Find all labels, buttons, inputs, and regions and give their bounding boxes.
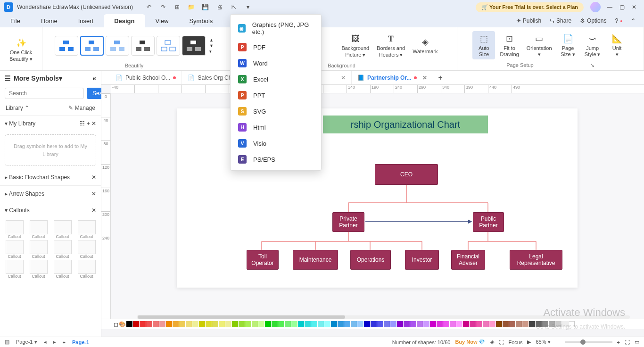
color-swatch[interactable]: [489, 321, 495, 327]
focus-label[interactable]: Focus: [509, 339, 523, 345]
color-swatch[interactable]: [470, 321, 476, 327]
arrow-close-icon[interactable]: ✕: [91, 190, 96, 197]
menu-symbols[interactable]: Symbols: [179, 14, 223, 27]
color-swatch[interactable]: [529, 321, 535, 327]
page-selector[interactable]: Page-1 ▾: [16, 339, 37, 345]
color-swatch[interactable]: [153, 321, 159, 327]
callout-shape[interactable]: Callout: [51, 240, 74, 259]
color-swatch[interactable]: [404, 321, 410, 327]
menu-file[interactable]: File: [0, 14, 31, 27]
fit-drawing-button[interactable]: ⊡Fit toDrawing: [497, 31, 521, 59]
node-toll-operator[interactable]: Toll Operator: [247, 250, 279, 270]
print-icon[interactable]: 🖨: [214, 1, 225, 13]
layout-icon[interactable]: ▥: [5, 339, 9, 345]
color-swatch[interactable]: [192, 321, 198, 327]
export-word[interactable]: WWord: [231, 55, 321, 71]
color-swatch[interactable]: [357, 321, 363, 327]
theme-4[interactable]: [131, 36, 155, 56]
color-swatch[interactable]: [397, 321, 403, 327]
layers-icon[interactable]: ◈: [490, 339, 494, 345]
callout-shape[interactable]: Callout: [3, 260, 26, 279]
color-swatch[interactable]: [186, 321, 192, 327]
callouts-close-icon[interactable]: ✕: [91, 207, 96, 214]
callouts-toggle[interactable]: ▾ Callouts: [5, 207, 30, 214]
callout-shape[interactable]: Callout: [3, 220, 26, 239]
publish-button[interactable]: ✈ Publish: [513, 17, 544, 24]
color-swatch[interactable]: [522, 321, 528, 327]
color-swatch[interactable]: [344, 321, 350, 327]
manage-link[interactable]: ✎ Manage: [68, 105, 95, 111]
zoom-in-icon[interactable]: +: [617, 339, 620, 345]
color-swatch[interactable]: [417, 321, 423, 327]
export-excel[interactable]: XExcel: [231, 71, 321, 87]
color-swatch[interactable]: [443, 321, 449, 327]
color-swatch[interactable]: [430, 321, 436, 327]
color-swatch[interactable]: [239, 321, 245, 327]
color-swatch[interactable]: [423, 321, 429, 327]
new-icon[interactable]: ⊞: [172, 1, 183, 13]
zoom-slider[interactable]: [565, 341, 612, 343]
open-icon[interactable]: 📁: [186, 1, 197, 13]
callout-shape[interactable]: Callout: [75, 220, 98, 239]
save-icon[interactable]: 💾: [200, 1, 211, 13]
color-none-icon[interactable]: ◻: [114, 321, 118, 328]
color-swatch[interactable]: [126, 321, 132, 327]
share-button[interactable]: ⇆ Share: [547, 17, 574, 24]
color-swatch[interactable]: [351, 321, 357, 327]
callout-shape[interactable]: Callout: [27, 260, 50, 279]
borders-headers-button[interactable]: 𝐓Borders andHeaders ▾: [374, 31, 408, 59]
basic-close-icon[interactable]: ✕: [91, 174, 96, 181]
callout-shape[interactable]: Callout: [51, 220, 74, 239]
node-legal-rep[interactable]: Legal Representative: [510, 250, 562, 270]
one-click-beautify-button[interactable]: ✨One ClickBeautify ▾: [7, 35, 35, 64]
prev-page-icon[interactable]: ◂: [44, 339, 47, 345]
color-swatch[interactable]: [199, 321, 205, 327]
color-swatch[interactable]: [305, 321, 311, 327]
color-swatch[interactable]: [496, 321, 502, 327]
color-swatch[interactable]: [146, 321, 152, 327]
tab-hidden-close[interactable]: ✕: [332, 71, 352, 84]
export-visio[interactable]: VVisio: [231, 135, 321, 151]
node-operations[interactable]: Operations: [350, 250, 391, 270]
undo-icon[interactable]: ↶: [143, 1, 155, 13]
mylib-add-icon[interactable]: +: [87, 120, 90, 127]
qat-dropdown-icon[interactable]: ▾: [242, 1, 254, 13]
minimize-button[interactable]: —: [603, 1, 616, 13]
color-swatch[interactable]: [278, 321, 284, 327]
color-swatch[interactable]: [463, 321, 469, 327]
mylib-close-icon[interactable]: ✕: [91, 120, 96, 127]
callout-shape[interactable]: Callout: [75, 240, 98, 259]
collapse-panel-icon[interactable]: «: [92, 74, 96, 82]
color-swatch[interactable]: [483, 321, 489, 327]
export-icon[interactable]: ⇱: [228, 1, 239, 13]
basic-shapes-toggle[interactable]: ▸ Basic Flowchart Shapes: [5, 174, 70, 181]
search-input[interactable]: [5, 88, 84, 99]
callout-shape[interactable]: Callout: [27, 220, 50, 239]
maximize-button[interactable]: ▢: [616, 1, 628, 13]
help-icon[interactable]: ?●: [612, 17, 625, 24]
color-picker-icon[interactable]: 🎨: [119, 321, 126, 328]
node-public-partner[interactable]: Public Partner: [473, 212, 504, 232]
callout-shape[interactable]: Callout: [51, 260, 74, 279]
node-maintenance[interactable]: Maintenance: [293, 250, 338, 270]
node-private-partner[interactable]: Private Partner: [332, 212, 364, 232]
color-swatch[interactable]: [219, 321, 225, 327]
callout-shape[interactable]: Callout: [27, 240, 50, 259]
color-swatch[interactable]: [206, 321, 212, 327]
export-ppt[interactable]: PPPT: [231, 87, 321, 103]
node-financial-adviser[interactable]: Financial Adviser: [451, 250, 485, 270]
color-swatch[interactable]: [212, 321, 218, 327]
background-picture-button[interactable]: 🖼BackgroundPicture ▾: [339, 31, 372, 59]
menu-insert[interactable]: Insert: [68, 14, 104, 27]
export-ps-eps[interactable]: EPS/EPS: [231, 151, 321, 167]
color-swatch[interactable]: [232, 321, 238, 327]
fit-page-icon[interactable]: ⛶: [625, 339, 630, 345]
color-swatch[interactable]: [173, 321, 179, 327]
callout-shape[interactable]: Callout: [3, 240, 26, 259]
page-tab[interactable]: Page-1: [72, 339, 89, 345]
color-swatch[interactable]: [252, 321, 258, 327]
color-swatch[interactable]: [456, 321, 462, 327]
export-svg[interactable]: SSVG: [231, 103, 321, 119]
color-swatch[interactable]: [291, 321, 297, 327]
color-swatch[interactable]: [509, 321, 515, 327]
